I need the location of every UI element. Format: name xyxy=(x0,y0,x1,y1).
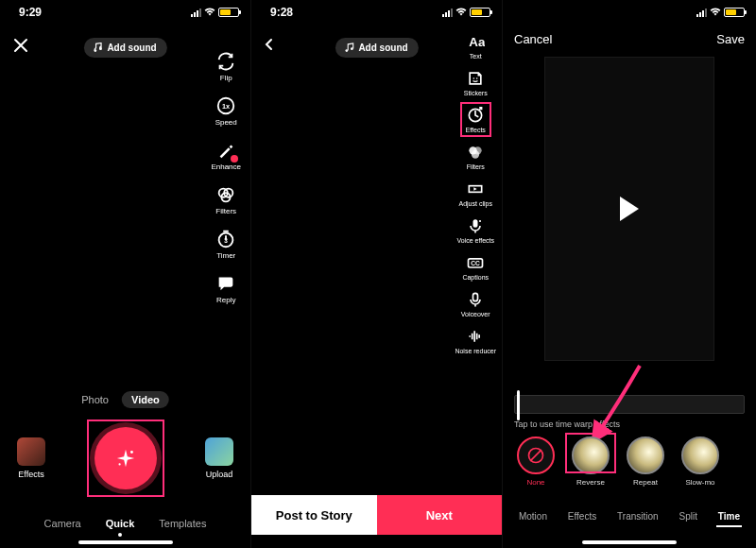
tab-camera[interactable]: Camera xyxy=(44,518,81,529)
capture-row: Effects Upload xyxy=(0,427,250,489)
captions-tool[interactable]: CC Captions xyxy=(462,253,489,281)
reply-tool[interactable]: Reply xyxy=(211,273,241,304)
flip-label: Flip xyxy=(220,74,232,82)
captions-icon: CC xyxy=(466,253,485,272)
speed-tool[interactable]: 1x Speed xyxy=(211,95,241,127)
stickers-icon xyxy=(466,69,485,88)
svg-point-14 xyxy=(473,77,475,79)
tab-templates[interactable]: Templates xyxy=(159,518,206,529)
add-sound-label: Add sound xyxy=(107,43,156,53)
tab-split[interactable]: Split xyxy=(678,507,699,527)
add-sound-button[interactable]: Add sound xyxy=(83,38,166,58)
tab-transition[interactable]: Transition xyxy=(615,507,661,527)
clock: 9:29 xyxy=(19,6,42,19)
effects-button[interactable]: Effects xyxy=(17,437,45,479)
slowmo-thumbnail xyxy=(681,437,719,474)
record-button-area xyxy=(94,427,157,489)
timer-tool[interactable]: 3 Timer xyxy=(211,229,241,260)
filters-label: Filters xyxy=(467,163,485,170)
wifi-icon xyxy=(204,6,215,19)
photo-mode[interactable]: Photo xyxy=(81,394,109,405)
voice-effects-icon xyxy=(466,216,485,235)
fx-repeat[interactable]: Repeat xyxy=(624,437,667,487)
fx-reverse[interactable]: Reverse xyxy=(569,437,612,487)
cancel-button[interactable]: Cancel xyxy=(514,32,552,46)
wifi-icon xyxy=(710,6,721,19)
svg-point-22 xyxy=(479,220,481,222)
svg-point-15 xyxy=(476,77,478,79)
text-icon: Aa xyxy=(466,32,485,51)
hint-text: Tap to use time warp effects xyxy=(514,420,620,429)
back-icon[interactable] xyxy=(263,38,276,51)
speed-icon: 1x xyxy=(215,95,236,116)
enhance-label: Enhance xyxy=(211,163,241,171)
fx-slowmo[interactable]: Slow-mo xyxy=(679,437,722,487)
tab-effects[interactable]: Effects xyxy=(566,507,598,527)
reply-icon xyxy=(215,273,236,294)
noise-reducer-tool[interactable]: Noise reducer xyxy=(455,327,496,354)
adjust-clips-label: Adjust clips xyxy=(459,200,492,207)
reverse-thumbnail xyxy=(572,437,610,474)
voiceover-label: Voiceover xyxy=(461,311,490,317)
svg-text:Aa: Aa xyxy=(470,35,486,49)
fx-none[interactable]: None xyxy=(514,437,558,487)
tab-time[interactable]: Time xyxy=(716,507,742,527)
noise-reducer-label: Noise reducer xyxy=(455,348,496,354)
post-to-story-label: Post to Story xyxy=(276,508,352,522)
scrub-handle[interactable] xyxy=(517,390,520,420)
fx-slowmo-label: Slow-mo xyxy=(685,478,714,487)
filters-tool[interactable]: Filters xyxy=(466,143,485,170)
fx-reverse-label: Reverse xyxy=(576,478,605,487)
video-preview[interactable] xyxy=(544,57,714,361)
status-indicators xyxy=(696,6,745,19)
text-label: Text xyxy=(470,53,482,60)
filters-tool[interactable]: Filters xyxy=(211,184,241,215)
home-indicator xyxy=(582,540,677,544)
clock: 9:28 xyxy=(270,6,293,19)
video-mode[interactable]: Video xyxy=(122,391,169,408)
camera-screen: 9:29 Add sound Flip 1x xyxy=(0,0,251,548)
noise-reducer-icon xyxy=(466,327,485,346)
next-label: Next xyxy=(426,508,453,522)
timer-label: Timer xyxy=(216,251,235,260)
cellular-signal-icon xyxy=(696,9,707,17)
tab-motion[interactable]: Motion xyxy=(517,507,549,527)
flip-icon xyxy=(215,51,236,72)
cellular-signal-icon xyxy=(442,9,453,17)
stickers-tool[interactable]: Stickers xyxy=(464,69,488,96)
sparkle-icon xyxy=(115,448,136,469)
text-tool[interactable]: Aa Text xyxy=(466,32,485,60)
timeline-scrubber[interactable] xyxy=(514,395,745,414)
status-indicators xyxy=(191,6,239,19)
svg-rect-25 xyxy=(473,293,478,300)
timer-icon: 3 xyxy=(215,229,236,249)
tab-quick[interactable]: Quick xyxy=(106,518,135,529)
effects-tool[interactable]: Effects xyxy=(466,106,486,133)
voice-effects-label: Voice effects xyxy=(456,237,494,244)
reply-label: Reply xyxy=(216,296,235,304)
wifi-icon xyxy=(455,6,467,19)
voiceover-tool[interactable]: Voiceover xyxy=(461,290,490,317)
post-to-story-button[interactable]: Post to Story xyxy=(251,495,377,535)
record-button[interactable] xyxy=(94,427,157,489)
adjust-clips-tool[interactable]: Adjust clips xyxy=(459,180,492,207)
edit-screen: 9:28 Add sound Aa Text Stickers xyxy=(251,0,503,548)
add-sound-button[interactable]: Add sound xyxy=(335,38,418,58)
adjust-clips-icon xyxy=(466,180,485,198)
enhance-tool[interactable]: Enhance xyxy=(211,140,241,171)
close-icon[interactable] xyxy=(13,38,28,53)
play-icon xyxy=(620,197,639,221)
voice-effects-tool[interactable]: Voice effects xyxy=(456,216,494,244)
status-bar xyxy=(503,0,756,25)
upload-button[interactable]: Upload xyxy=(205,437,233,479)
cellular-signal-icon xyxy=(191,9,201,17)
next-button[interactable]: Next xyxy=(377,495,503,535)
svg-point-1 xyxy=(98,47,101,50)
effect-category-tabs: Motion Effects Transition Split Time xyxy=(503,507,756,527)
time-effects-row: None Reverse Repeat Slow-mo xyxy=(514,437,745,487)
filters-icon xyxy=(466,143,485,162)
flip-tool[interactable]: Flip xyxy=(211,51,241,82)
bottom-tabs: Camera Quick Templates xyxy=(0,518,250,529)
save-button[interactable]: Save xyxy=(716,32,745,46)
svg-text:1x: 1x xyxy=(222,102,231,111)
